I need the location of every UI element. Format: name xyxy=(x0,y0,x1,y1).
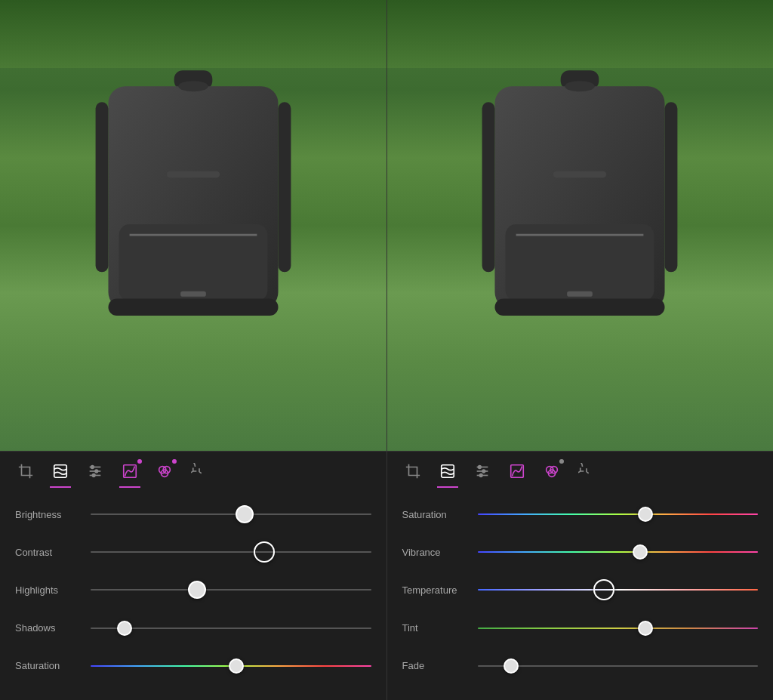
svg-point-15 xyxy=(565,81,595,91)
svg-rect-4 xyxy=(180,291,206,296)
backpack-image-right xyxy=(474,50,686,388)
shadows-label: Shadows xyxy=(15,622,82,634)
vibrance-label: Vibrance xyxy=(402,547,469,558)
highlights-slider[interactable] xyxy=(91,579,371,600)
contrast-slider[interactable] xyxy=(91,541,371,563)
vibrance-slider[interactable] xyxy=(478,541,759,563)
tint-slider[interactable] xyxy=(478,618,759,639)
right-sliders: Saturation Vibrance Temperature xyxy=(402,488,759,685)
left-sliders: Brightness Contrast Highlights xyxy=(15,488,371,685)
right-controls-panel: Saturation Vibrance Temperature xyxy=(387,452,774,700)
svg-rect-6 xyxy=(95,102,108,272)
contrast-label: Contrast xyxy=(15,547,82,558)
temperature-row: Temperature xyxy=(402,579,759,600)
right-colormix-dot xyxy=(559,459,564,464)
tint-label: Tint xyxy=(402,622,469,634)
right-history-icon[interactable] xyxy=(576,461,597,482)
svg-rect-18 xyxy=(553,171,606,177)
history-icon[interactable] xyxy=(189,461,210,482)
left-saturation-row: Saturation xyxy=(15,655,371,677)
left-saturation-slider[interactable] xyxy=(91,655,371,677)
brightness-row: Brightness xyxy=(15,504,371,525)
svg-rect-17 xyxy=(665,102,678,272)
shadows-slider[interactable] xyxy=(91,618,371,639)
svg-point-5 xyxy=(178,81,208,91)
right-crop-icon[interactable] xyxy=(402,461,423,482)
svg-point-37 xyxy=(478,466,481,469)
svg-line-32 xyxy=(199,472,202,473)
left-controls-panel: Brightness Contrast Highlights xyxy=(0,452,387,700)
svg-rect-8 xyxy=(167,171,220,177)
left-photo-panel xyxy=(0,0,387,451)
right-toolbar xyxy=(402,452,759,488)
svg-point-24 xyxy=(91,466,94,469)
right-sliders-icon[interactable] xyxy=(472,461,493,482)
fade-slider[interactable] xyxy=(478,655,759,677)
saturation-label: Saturation xyxy=(402,509,469,520)
svg-point-39 xyxy=(479,474,482,477)
contrast-row: Contrast xyxy=(15,541,371,563)
temperature-slider[interactable] xyxy=(478,579,759,600)
highlights-label: Highlights xyxy=(15,584,82,596)
curves-lock-dot xyxy=(137,459,142,464)
saturation-slider[interactable] xyxy=(478,504,759,525)
right-color-mix-icon[interactable] xyxy=(541,461,562,482)
right-photo-panel xyxy=(387,0,774,451)
brightness-label: Brightness xyxy=(15,509,82,520)
svg-rect-7 xyxy=(278,102,291,272)
right-image-adjust-icon[interactable] xyxy=(437,461,458,482)
svg-point-25 xyxy=(95,470,98,473)
fade-label: Fade xyxy=(402,660,469,671)
image-adjust-icon[interactable] xyxy=(50,461,71,482)
svg-rect-33 xyxy=(441,465,454,478)
brightness-slider[interactable] xyxy=(91,504,371,525)
curves-icon[interactable] xyxy=(119,461,140,482)
svg-rect-14 xyxy=(567,291,593,296)
highlights-row: Highlights xyxy=(15,579,371,600)
svg-rect-20 xyxy=(54,465,67,478)
svg-line-45 xyxy=(587,472,589,473)
fade-row: Fade xyxy=(402,655,759,677)
tint-row: Tint xyxy=(402,618,759,639)
svg-rect-16 xyxy=(482,102,495,272)
svg-rect-9 xyxy=(108,298,278,316)
svg-point-26 xyxy=(92,474,95,477)
left-saturation-label: Saturation xyxy=(15,660,82,671)
colormix-lock-dot xyxy=(172,459,177,464)
saturation-row: Saturation xyxy=(402,504,759,525)
vibrance-row: Vibrance xyxy=(402,541,759,563)
right-curves-icon[interactable] xyxy=(507,461,528,482)
sliders-icon[interactable] xyxy=(85,461,106,482)
svg-rect-19 xyxy=(495,298,665,316)
temperature-label: Temperature xyxy=(402,584,469,596)
shadows-row: Shadows xyxy=(15,618,371,639)
crop-icon[interactable] xyxy=(15,461,36,482)
backpack-image xyxy=(87,50,299,388)
color-mix-icon[interactable] xyxy=(154,461,175,482)
svg-point-38 xyxy=(482,470,485,473)
left-toolbar xyxy=(15,452,371,488)
